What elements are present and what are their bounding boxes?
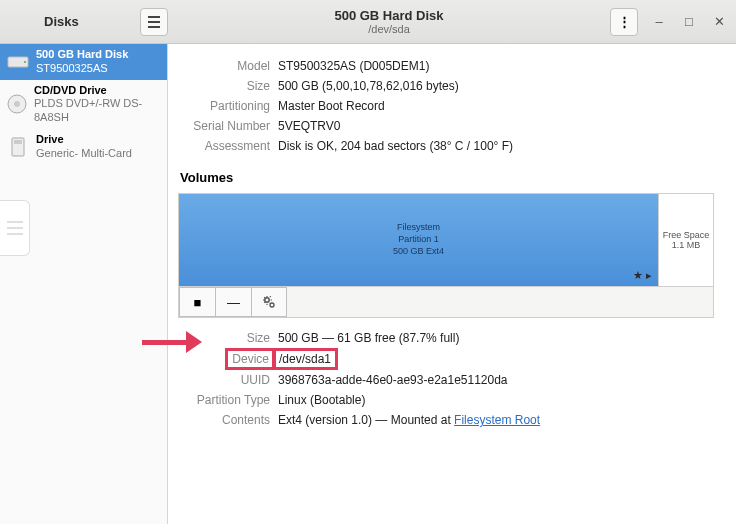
svg-point-6 bbox=[265, 298, 269, 302]
sidebar-item-text: CD/DVD Drive PLDS DVD+/-RW DS-8A8SH bbox=[34, 84, 161, 125]
unmount-button[interactable]: ■ bbox=[179, 287, 215, 317]
device-label-highlight: Device bbox=[225, 348, 276, 370]
maximize-button[interactable]: □ bbox=[680, 14, 698, 29]
prop-row-psize: Size 500 GB — 61 GB free (87.7% full) bbox=[178, 328, 540, 348]
optical-icon bbox=[6, 92, 28, 116]
app-title: Disks bbox=[44, 14, 79, 29]
titlebar-center: 500 GB Hard Disk /dev/sda bbox=[168, 8, 610, 35]
volume-free-space[interactable]: Free Space 1.1 MB bbox=[659, 194, 713, 286]
drive-properties: Model ST9500325AS (D005DEM1) Size 500 GB… bbox=[178, 56, 513, 156]
prop-row-uuid: UUID 3968763a-adde-46e0-ae93-e2a1e51120d… bbox=[178, 370, 540, 390]
titlebar-left: Disks bbox=[8, 8, 168, 36]
sidebar-item-text: Drive Generic- Multi-Card bbox=[36, 133, 132, 161]
hdd-icon bbox=[6, 50, 30, 74]
device-value-highlight: /dev/sda1 bbox=[272, 348, 338, 370]
volumes-widget: Filesystem Partition 1 500 GB Ext4 ★ ▸ F… bbox=[178, 193, 714, 318]
app-menu-button[interactable] bbox=[140, 8, 168, 36]
prop-row-model: Model ST9500325AS (D005DEM1) bbox=[178, 56, 513, 76]
partition-label: Filesystem Partition 1 500 GB Ext4 bbox=[393, 222, 444, 257]
prop-row-size: Size 500 GB (5,00,10,78,62,016 bytes) bbox=[178, 76, 513, 96]
sidebar-item-text: 500 GB Hard Disk ST9500325AS bbox=[36, 48, 128, 76]
sidebar-item-optical[interactable]: CD/DVD Drive PLDS DVD+/-RW DS-8A8SH bbox=[0, 80, 167, 129]
volumes-header: Volumes bbox=[180, 170, 714, 185]
edge-tab[interactable] bbox=[0, 200, 30, 256]
volume-partition-1[interactable]: Filesystem Partition 1 500 GB Ext4 ★ ▸ bbox=[179, 194, 659, 286]
window-title: 500 GB Hard Disk bbox=[168, 8, 610, 23]
volume-toolbar: ■ — bbox=[179, 286, 713, 317]
window-subtitle: /dev/sda bbox=[168, 23, 610, 35]
main-area: 500 GB Hard Disk ST9500325AS CD/DVD Driv… bbox=[0, 44, 736, 524]
sidebar: 500 GB Hard Disk ST9500325AS CD/DVD Driv… bbox=[0, 44, 168, 524]
delete-partition-button[interactable]: — bbox=[215, 287, 251, 317]
card-reader-icon bbox=[6, 135, 30, 159]
prop-row-contents: Contents Ext4 (version 1.0) — Mounted at… bbox=[178, 410, 540, 430]
sidebar-item-hdd[interactable]: 500 GB Hard Disk ST9500325AS bbox=[0, 44, 167, 80]
minimize-button[interactable]: – bbox=[650, 14, 668, 29]
prop-row-serial: Serial Number 5VEQTRV0 bbox=[178, 116, 513, 136]
close-button[interactable]: ✕ bbox=[710, 14, 728, 29]
prop-row-device: Device /dev/sda1 bbox=[178, 348, 540, 370]
filesystem-root-link[interactable]: Filesystem Root bbox=[454, 413, 540, 427]
drive-menu-button[interactable]: ⋮ bbox=[610, 8, 638, 36]
svg-rect-5 bbox=[14, 140, 22, 144]
titlebar-right: ⋮ – □ ✕ bbox=[610, 8, 728, 36]
svg-point-1 bbox=[24, 61, 26, 63]
svg-point-3 bbox=[14, 101, 20, 107]
sidebar-item-cardreader[interactable]: Drive Generic- Multi-Card bbox=[0, 129, 167, 165]
prop-row-ptype: Partition Type Linux (Bootable) bbox=[178, 390, 540, 410]
prop-row-assessment: Assessment Disk is OK, 204 bad sectors (… bbox=[178, 136, 513, 156]
volume-bar: Filesystem Partition 1 500 GB Ext4 ★ ▸ F… bbox=[179, 194, 713, 286]
contents-value: Ext4 (version 1.0) — Mounted at Filesyst… bbox=[278, 410, 540, 430]
svg-point-7 bbox=[270, 303, 274, 307]
partition-properties: Size 500 GB — 61 GB free (87.7% full) De… bbox=[178, 328, 540, 430]
star-icon: ★ ▸ bbox=[633, 269, 652, 282]
titlebar: Disks 500 GB Hard Disk /dev/sda ⋮ – □ ✕ bbox=[0, 0, 736, 44]
prop-row-partitioning: Partitioning Master Boot Record bbox=[178, 96, 513, 116]
content-pane: Model ST9500325AS (D005DEM1) Size 500 GB… bbox=[168, 44, 736, 524]
volume-menu-button[interactable] bbox=[251, 287, 287, 317]
